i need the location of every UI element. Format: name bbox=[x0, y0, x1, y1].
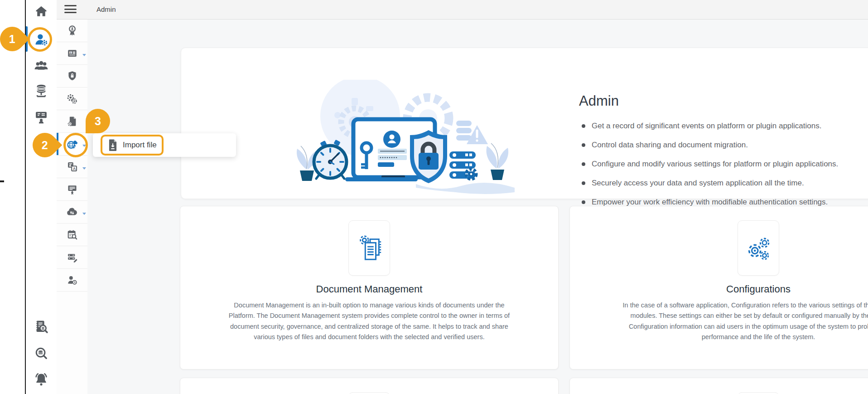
cloud-transfer-icon bbox=[66, 206, 78, 219]
hero-bullet: Get a record of significant events on pl… bbox=[582, 122, 821, 131]
presentation-certificate-icon bbox=[66, 183, 78, 195]
svg-text:$: $ bbox=[70, 52, 71, 54]
bullet-dot bbox=[582, 143, 585, 147]
hero-panel: Admin Get a record of significant events… bbox=[181, 48, 868, 199]
sidebar-item-groups[interactable] bbox=[30, 54, 52, 76]
configurations-gears-icon bbox=[744, 234, 772, 262]
card-title: Document Management bbox=[180, 283, 558, 295]
submenu-caret-icon bbox=[82, 167, 86, 170]
card-configurations[interactable]: Configurations In the case of a software… bbox=[569, 206, 868, 370]
sidebar-item-settings[interactable] bbox=[57, 88, 87, 110]
document-management-icon bbox=[355, 234, 383, 262]
svg-text:A: A bbox=[73, 166, 76, 171]
hero-bullet: Control data sharing and document migrat… bbox=[582, 141, 748, 150]
sidebar-item-notifications[interactable] bbox=[30, 369, 52, 390]
admin-security-illustration bbox=[294, 80, 516, 198]
annotation-pin-3: 3 bbox=[86, 109, 110, 133]
card-icon-tile bbox=[348, 392, 390, 394]
bullet-dot bbox=[582, 200, 585, 204]
notifications-bell-icon bbox=[33, 371, 49, 388]
annotation-ring-data-migration bbox=[63, 133, 88, 157]
primary-sidebar bbox=[26, 0, 57, 394]
hero-bullet: Securely access your data and system app… bbox=[582, 179, 804, 188]
card-title: Configurations bbox=[570, 283, 868, 295]
sidebar-item-security[interactable] bbox=[57, 65, 87, 88]
settings-gears-icon bbox=[66, 92, 78, 105]
hero-title: Admin bbox=[579, 93, 619, 109]
card-document-management[interactable]: Document Management Document Management … bbox=[180, 206, 559, 370]
card-description: In the case of a software application, C… bbox=[617, 300, 868, 343]
card-partial-left[interactable] bbox=[180, 378, 559, 394]
sidebar-item-training[interactable] bbox=[30, 106, 52, 128]
audit-log-search-icon bbox=[33, 318, 49, 335]
sidebar-item-data-sources[interactable] bbox=[30, 80, 52, 102]
sidebar-item-home[interactable] bbox=[30, 0, 52, 22]
certificate-badge-icon bbox=[66, 24, 78, 37]
screen-artifact bbox=[0, 180, 4, 182]
secondary-sidebar: $ bbox=[57, 19, 88, 394]
submenu-caret-icon bbox=[82, 213, 86, 215]
sidebar-item-audit-log[interactable] bbox=[30, 316, 52, 337]
training-board-icon bbox=[34, 109, 49, 125]
bullet-dot bbox=[582, 124, 585, 128]
sidebar-item-language[interactable]: A bbox=[57, 156, 87, 178]
home-icon bbox=[34, 4, 48, 19]
server-edit-icon bbox=[66, 251, 78, 263]
card-partial-right[interactable]: $ bbox=[569, 378, 868, 394]
topbar: Admin bbox=[57, 0, 868, 19]
hero-bullet: Empower your work efficiency with modifi… bbox=[582, 198, 828, 207]
sidebar-item-user-activity[interactable] bbox=[57, 269, 87, 292]
sidebar-item-cloud-transfer[interactable] bbox=[57, 201, 87, 224]
sidebar-item-server-logs[interactable] bbox=[57, 246, 87, 269]
bullet-dot bbox=[582, 162, 585, 166]
hero-bullet: Configure and modify various settings fo… bbox=[582, 160, 838, 169]
document-settings-icon bbox=[66, 115, 78, 127]
card-description: Document Management is an in-built optio… bbox=[227, 300, 511, 343]
hamburger-menu-button[interactable] bbox=[64, 5, 77, 14]
sidebar-item-schedule-search[interactable] bbox=[57, 224, 87, 246]
groups-icon bbox=[34, 58, 49, 73]
app-window: Admin $ bbox=[0, 0, 868, 394]
sidebar-item-document-settings[interactable] bbox=[57, 110, 87, 133]
main-content: Admin Get a record of significant events… bbox=[87, 19, 868, 394]
sidebar-item-certificates[interactable] bbox=[57, 19, 87, 42]
card-icon-tile bbox=[348, 220, 390, 276]
bullet-dot bbox=[582, 181, 585, 185]
sidebar-item-global-search[interactable] bbox=[30, 342, 52, 364]
schedule-search-icon bbox=[66, 229, 78, 241]
security-shield-icon bbox=[66, 70, 78, 82]
sidebar-item-billing[interactable]: $ bbox=[57, 42, 87, 65]
data-server-icon bbox=[34, 83, 49, 98]
page-title: Admin bbox=[96, 5, 116, 13]
data-search-icon bbox=[34, 345, 49, 361]
billing-news-icon: $ bbox=[66, 47, 78, 59]
submenu-caret-icon bbox=[82, 54, 86, 56]
annotation-highlight-import-file bbox=[101, 135, 164, 156]
user-activity-icon bbox=[66, 274, 78, 286]
language-translate-icon: A bbox=[66, 161, 78, 173]
card-icon-tile: $ bbox=[738, 392, 779, 394]
sidebar-item-presentation[interactable] bbox=[57, 178, 87, 201]
card-icon-tile bbox=[738, 220, 779, 276]
annotation-ring-user-management bbox=[28, 27, 52, 52]
